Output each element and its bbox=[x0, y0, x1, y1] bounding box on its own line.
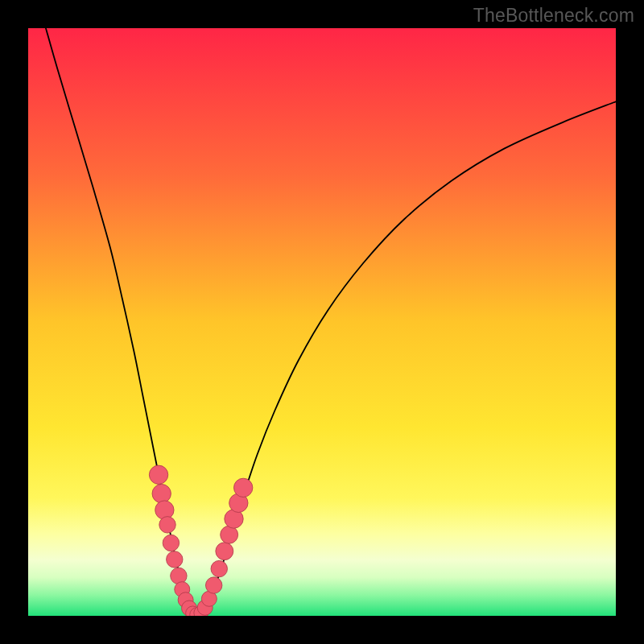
curve-marker bbox=[155, 501, 174, 519]
curve-marker bbox=[152, 484, 171, 502]
curve-marker bbox=[171, 568, 187, 584]
curve-marker bbox=[211, 560, 227, 576]
curve-marker bbox=[163, 535, 179, 551]
curve-marker bbox=[216, 543, 233, 560]
curve-marker bbox=[205, 577, 221, 593]
marker-group bbox=[149, 465, 252, 616]
curve-marker bbox=[167, 551, 183, 568]
curve-marker bbox=[221, 526, 238, 543]
curve-marker bbox=[159, 517, 175, 533]
curve-marker bbox=[149, 465, 167, 484]
plot-area bbox=[28, 28, 616, 616]
chart-frame: TheBottleneck.com bbox=[0, 0, 644, 644]
watermark-text: TheBottleneck.com bbox=[473, 5, 634, 27]
curve-marker bbox=[234, 478, 253, 497]
bottleneck-curve bbox=[46, 28, 616, 615]
curve-layer bbox=[28, 28, 616, 616]
